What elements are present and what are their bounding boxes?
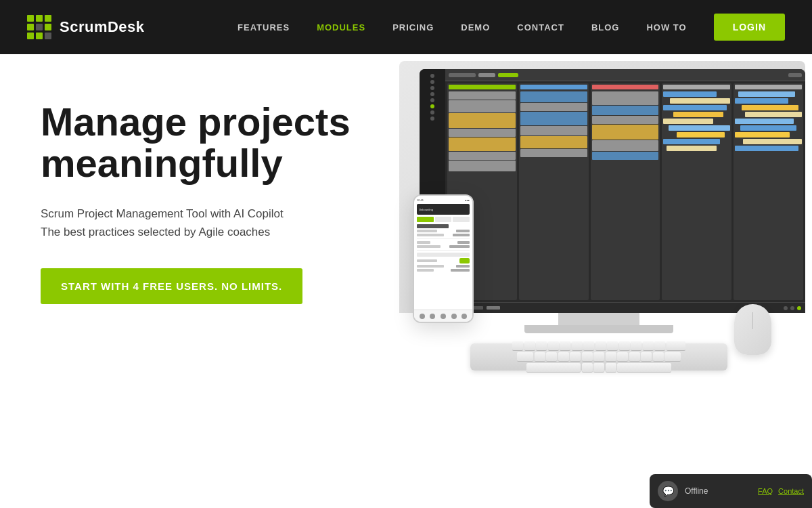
hero-title-line1: Manage projects [41,100,351,144]
logo-dot [27,33,34,39]
login-button[interactable]: LOGIN [714,14,785,41]
phone-mockup: 10:41 ●●● Onboarding [413,194,474,323]
logo-grid [27,15,51,39]
logo-dot [36,24,43,30]
nav-pricing[interactable]: PRICING [379,16,447,39]
contact-link[interactable]: Contact [778,487,804,495]
hero-visual: 10:41 ●●● Onboarding [359,61,812,374]
hero-content: Manage projects meaningfully Scrum Proje… [41,95,392,304]
hero-subtitle: Scrum Project Management Tool with AI Co… [41,205,392,241]
app-main [445,69,805,313]
logo-dot [36,15,43,22]
nav-contact[interactable]: CONTACT [503,16,578,39]
nav-modules[interactable]: MODULES [303,16,379,39]
logo-dot [45,15,51,22]
nav-blog[interactable]: BLOG [578,16,633,39]
hero-subtitle-line1: Scrum Project Management Tool with AI Co… [41,207,284,220]
keyboard [470,343,727,371]
hero-section: Manage projects meaningfully Scrum Proje… [0,54,812,508]
logo-dot [27,15,34,22]
hero-subtitle-line2: The best practices selected by Agile coa… [41,226,270,238]
logo-dot [27,24,34,30]
logo-dot [45,33,51,39]
chat-status: Offline [685,486,708,496]
hero-cta-button[interactable]: START WITH 4 FREE USERS. NO LIMITS. [41,268,302,304]
hero-title-line2: meaningfully [41,141,283,185]
app-toolbar [445,69,805,81]
faq-link[interactable]: FAQ [758,487,773,495]
board-col [662,83,731,300]
chat-widget: 💬 Offline FAQ Contact [650,474,812,508]
phone-tabs [417,217,470,222]
chat-avatar: 💬 [658,481,678,501]
brand-name: ScrumDesk [60,18,145,36]
navbar: ScrumDesk FEATURES MODULES PRICING DEMO … [0,0,812,54]
board-col [591,83,660,300]
chat-links: FAQ Contact [758,487,804,495]
phone-footer [414,310,472,322]
phone-header: Onboarding [417,204,470,215]
monitor-stand-top [558,313,639,325]
logo-dot [36,33,43,39]
mouse [734,304,771,355]
logo[interactable]: ScrumDesk [27,15,145,39]
phone-screen: 10:41 ●●● Onboarding [414,196,472,322]
nav-howto[interactable]: HOW TO [633,16,700,39]
nav-links: FEATURES MODULES PRICING DEMO CONTACT BL… [224,14,785,41]
monitor-screen [420,69,805,313]
monitor-stand-bottom [524,325,673,333]
nav-features[interactable]: FEATURES [224,16,303,39]
nav-demo[interactable]: DEMO [447,16,503,39]
board-col [734,83,803,300]
board-columns [445,81,805,302]
hero-title: Manage projects meaningfully [41,102,392,184]
board-col [519,83,589,300]
logo-dot [45,24,51,30]
